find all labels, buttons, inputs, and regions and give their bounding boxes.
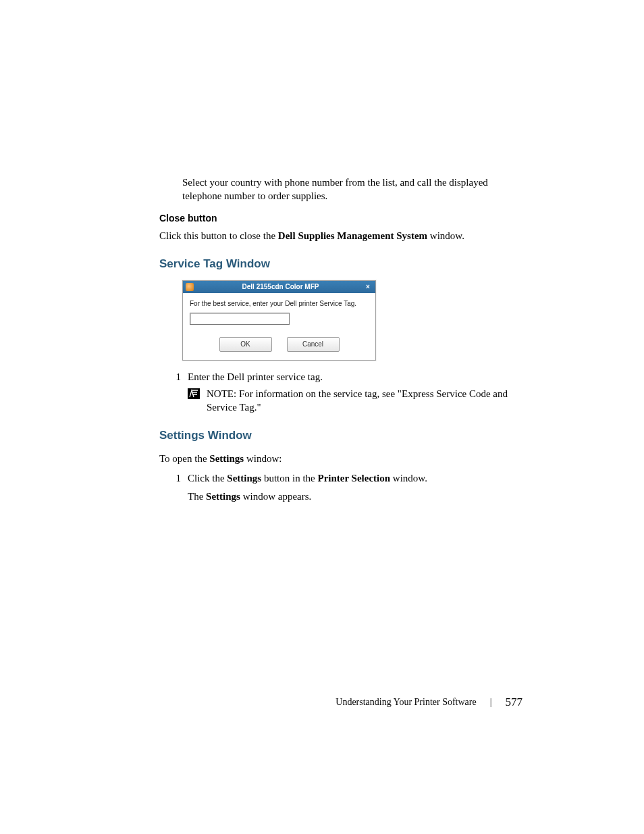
service-tag-step-1: 1 Enter the Dell printer service tag. xyxy=(169,371,522,383)
dialog-body: For the best service, enter your Dell pr… xyxy=(183,293,375,360)
close-icon[interactable]: × xyxy=(363,282,373,292)
text-bold: Settings xyxy=(227,473,261,484)
service-tag-dialog-screenshot: Dell 2155cdn Color MFP × For the best se… xyxy=(182,280,522,361)
text: button in the xyxy=(261,473,317,484)
page-footer: Understanding Your Printer Software | 57… xyxy=(336,696,522,709)
text: To open the xyxy=(159,453,209,464)
text: window. xyxy=(390,473,427,484)
list-number: 1 xyxy=(169,371,188,383)
settings-window-heading: Settings Window xyxy=(159,429,522,442)
note-text: NOTE: For information on the service tag… xyxy=(207,387,522,415)
text: window: xyxy=(244,453,281,464)
text-bold: Dell Supplies Management System xyxy=(278,230,427,241)
text-bold: Settings xyxy=(206,491,240,502)
text: Click this button to close the xyxy=(159,230,278,241)
footer-separator: | xyxy=(490,697,492,708)
dialog-titlebar: Dell 2155cdn Color MFP × xyxy=(183,281,375,293)
settings-intro: To open the Settings window: xyxy=(159,452,522,465)
ok-button[interactable]: OK xyxy=(219,337,272,352)
dialog-prompt-text: For the best service, enter your Dell pr… xyxy=(190,300,369,307)
note-icon xyxy=(188,388,201,399)
intro-paragraph: Select your country with phone number fr… xyxy=(159,176,522,203)
text: The xyxy=(188,491,206,502)
service-tag-input[interactable] xyxy=(190,313,290,325)
footer-page-number: 577 xyxy=(506,696,523,709)
footer-section-title: Understanding Your Printer Software xyxy=(336,697,476,708)
text: Click the xyxy=(188,473,227,484)
list-body: Enter the Dell printer service tag. xyxy=(188,371,522,383)
dialog-app-icon xyxy=(186,283,194,291)
close-button-heading: Close button xyxy=(159,213,522,224)
settings-step-1: 1 Click the Settings button in the Print… xyxy=(169,473,522,502)
text: window appears. xyxy=(240,491,311,502)
note-body: For information on the service tag, see … xyxy=(207,388,508,413)
dialog-window: Dell 2155cdn Color MFP × For the best se… xyxy=(182,280,376,361)
list-body: Click the Settings button in the Printer… xyxy=(188,473,522,502)
dialog-title-text: Dell 2155cdn Color MFP xyxy=(198,283,363,290)
text: window. xyxy=(427,230,464,241)
text-bold: Printer Selection xyxy=(318,473,391,484)
text-bold: Settings xyxy=(209,453,244,464)
close-button-text: Click this button to close the Dell Supp… xyxy=(159,229,522,242)
service-tag-heading: Service Tag Window xyxy=(159,257,522,271)
note-row: NOTE: For information on the service tag… xyxy=(188,387,522,415)
cancel-button[interactable]: Cancel xyxy=(287,337,340,352)
list-number: 1 xyxy=(169,473,188,502)
note-label: NOTE: xyxy=(207,388,239,399)
